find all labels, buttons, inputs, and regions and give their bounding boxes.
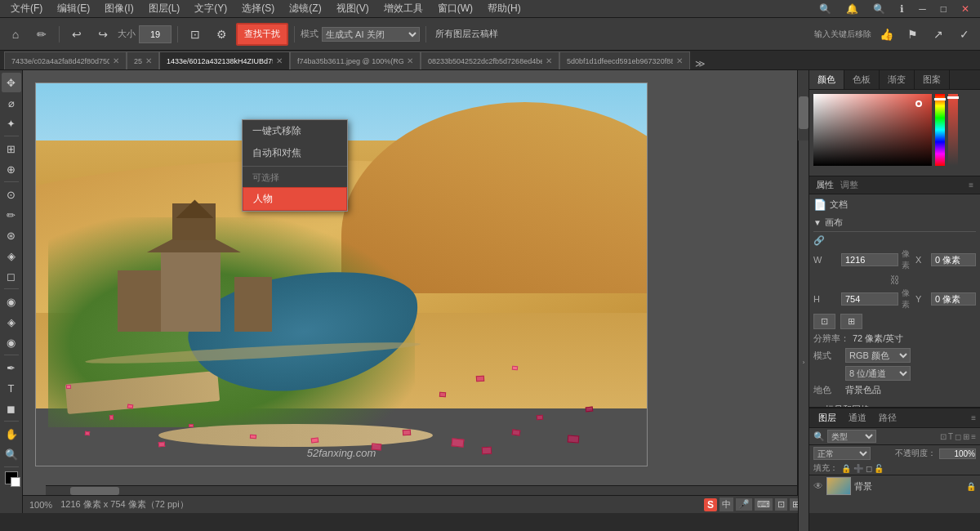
info-icon[interactable]: ℹ bbox=[893, 2, 911, 16]
find-distraction-button[interactable]: 查找干扰 bbox=[236, 23, 288, 46]
menu-item-text[interactable]: 文字(Y) bbox=[188, 0, 234, 17]
y-input[interactable] bbox=[931, 292, 976, 306]
x-input[interactable] bbox=[931, 253, 976, 266]
tab-5[interactable]: 08233b5042522dc2fb5d7268ed4be755.jpeg ✕ bbox=[421, 51, 559, 69]
ime-icon-s[interactable]: S bbox=[704, 498, 717, 511]
grid-section-header[interactable]: ▼ 标尺和网格 bbox=[813, 401, 976, 407]
layer-icon-1[interactable]: ⊡ bbox=[940, 432, 947, 441]
menu-item-select[interactable]: 选择(S) bbox=[235, 0, 281, 17]
tab-1[interactable]: 7433e/c02a4a2fa8d42f80d750662f42.jpeg ✕ bbox=[4, 51, 127, 69]
blur-tool[interactable]: ◈ bbox=[2, 312, 21, 332]
hue-slider[interactable] bbox=[935, 94, 945, 166]
layer-icon-2[interactable]: T bbox=[948, 432, 953, 441]
color-tab[interactable]: 颜色 bbox=[809, 70, 844, 89]
share-button[interactable]: ↗ bbox=[927, 23, 950, 46]
tab-3[interactable]: 1433e/6012a432138kH4ZIUBd750852142Ipea ✕ bbox=[159, 51, 290, 69]
patterns-tab[interactable]: 图案 bbox=[915, 70, 950, 89]
ime-icon-zh[interactable]: 中 bbox=[719, 498, 733, 511]
menu-item-help[interactable]: 帮助(H) bbox=[481, 0, 528, 17]
layer-icon-5[interactable]: ≡ bbox=[971, 432, 976, 441]
hand-tool[interactable]: ✋ bbox=[2, 424, 21, 444]
opacity-slider[interactable] bbox=[948, 94, 958, 166]
search2-icon[interactable]: 🔍 bbox=[866, 2, 892, 16]
menu-item-file[interactable]: 文件(F) bbox=[4, 0, 49, 17]
search-icon[interactable]: 🔍 bbox=[813, 2, 838, 16]
transform-button[interactable]: ⊡ bbox=[184, 23, 207, 46]
color-gradient-picker[interactable] bbox=[813, 94, 932, 166]
paths-tab[interactable]: 路径 bbox=[874, 410, 902, 426]
maximize-btn[interactable]: □ bbox=[934, 2, 953, 16]
dropdown-item-auto[interactable]: 自动和对焦 bbox=[243, 142, 347, 164]
home-button[interactable]: ⌂ bbox=[4, 23, 27, 46]
eyedropper-tool[interactable]: ⊕ bbox=[2, 159, 21, 179]
ime-icon-keyboard[interactable]: ⌨ bbox=[755, 498, 773, 511]
thumbsup-button[interactable]: 👍 bbox=[875, 23, 898, 46]
blend-mode-select[interactable]: 正常 bbox=[813, 447, 871, 460]
move-tool[interactable]: ✥ bbox=[2, 73, 21, 92]
properties-menu-btn[interactable]: ≡ bbox=[969, 181, 973, 190]
menu-item-filter[interactable]: 滤镜(Z) bbox=[283, 0, 327, 17]
bell-icon[interactable]: 🔔 bbox=[840, 2, 865, 16]
hscrollbar-thumb[interactable] bbox=[70, 487, 119, 495]
tab-6[interactable]: 5d0bf1d1dfeecd591eb967320f88d93.jpeg ✕ bbox=[559, 51, 690, 69]
panel-collapse-handle[interactable]: › bbox=[808, 141, 809, 513]
tab-4-close[interactable]: ✕ bbox=[407, 56, 413, 65]
tab-4[interactable]: f74ba35b3611.jpeg @ 100%(RGB/8#) ✕ bbox=[290, 51, 421, 69]
scrollbar-thumb[interactable] bbox=[799, 96, 808, 129]
layers-tab[interactable]: 图层 bbox=[813, 410, 841, 426]
tab-6-close[interactable]: ✕ bbox=[676, 56, 683, 65]
flag-button[interactable]: ⚑ bbox=[901, 23, 924, 46]
tab-2[interactable]: 25 ✕ bbox=[127, 51, 159, 69]
menu-item-image[interactable]: 图像(I) bbox=[98, 0, 140, 17]
height-input[interactable] bbox=[841, 292, 898, 306]
size-input[interactable] bbox=[139, 25, 172, 43]
bit-depth-select[interactable]: 8 位/通道 bbox=[845, 366, 911, 381]
checkmark-button[interactable]: ✓ bbox=[953, 23, 976, 46]
pen-tool[interactable]: ✒ bbox=[2, 358, 21, 377]
layers-button[interactable]: 所有图层云稿样 bbox=[432, 23, 501, 46]
brush-tool-button[interactable]: ✏ bbox=[30, 23, 53, 46]
layers-menu-btn[interactable]: ≡ bbox=[971, 413, 976, 422]
tab-2-close[interactable]: ✕ bbox=[145, 56, 152, 65]
menu-item-view[interactable]: 视图(V) bbox=[330, 0, 376, 17]
undo-button[interactable]: ↩ bbox=[65, 23, 88, 46]
layer-icon-4[interactable]: ⊞ bbox=[963, 432, 969, 441]
menu-item-layer[interactable]: 图层(L) bbox=[142, 0, 187, 17]
color-mode-select[interactable]: RGB 颜色 bbox=[845, 348, 911, 363]
close-btn[interactable]: ✕ bbox=[955, 2, 976, 16]
shape-tool[interactable]: ◼ bbox=[2, 399, 21, 418]
brush-tool[interactable]: ✏ bbox=[2, 205, 21, 225]
dodge-tool[interactable]: ◉ bbox=[2, 332, 21, 352]
layer-visibility-eye[interactable]: 👁 bbox=[813, 480, 823, 492]
channels-tab[interactable]: 通道 bbox=[844, 410, 871, 426]
dropdown-item-remove[interactable]: 一键式移除 bbox=[243, 120, 347, 142]
canvas-size-btn[interactable]: ⊡ bbox=[813, 314, 835, 329]
swatches-tab[interactable]: 色板 bbox=[844, 70, 880, 89]
zoom-tool[interactable]: 🔍 bbox=[2, 444, 21, 464]
gradient-tool[interactable]: ◉ bbox=[2, 292, 21, 311]
lasso-tool[interactable]: ⌀ bbox=[2, 93, 21, 113]
redo-button[interactable]: ↩ bbox=[91, 23, 114, 46]
minimize-btn[interactable]: ─ bbox=[912, 2, 933, 16]
horizontal-scrollbar[interactable] bbox=[46, 485, 797, 495]
dropdown-item-people[interactable]: 人物 bbox=[243, 187, 347, 211]
settings-button[interactable]: ⚙ bbox=[210, 23, 233, 46]
mode-select[interactable]: 生成式 AI 关闭 bbox=[322, 27, 420, 42]
layer-icon-3[interactable]: ◻ bbox=[955, 432, 961, 441]
heal-tool[interactable]: ⊙ bbox=[2, 185, 21, 204]
ime-icon-extra1[interactable]: ⊡ bbox=[775, 498, 787, 511]
menu-item-edit[interactable]: 编辑(E) bbox=[51, 0, 96, 17]
gradient-tab[interactable]: 渐变 bbox=[880, 70, 915, 89]
menu-item-window[interactable]: 窗口(W) bbox=[431, 0, 479, 17]
tab-5-close[interactable]: ✕ bbox=[546, 56, 552, 65]
layer-type-select[interactable]: 类型 bbox=[827, 430, 876, 443]
menu-item-plugins[interactable]: 增效工具 bbox=[377, 0, 430, 17]
layer-item-background[interactable]: 👁 背景 🔒 bbox=[809, 475, 980, 497]
magic-wand-tool[interactable]: ✦ bbox=[2, 114, 21, 133]
tab-3-close[interactable]: ✕ bbox=[276, 56, 283, 65]
tab-more-button[interactable]: ≫ bbox=[690, 58, 710, 69]
image-size-btn[interactable]: ⊞ bbox=[840, 314, 862, 329]
tab-1-close[interactable]: ✕ bbox=[113, 56, 119, 65]
opacity-input[interactable] bbox=[939, 448, 976, 459]
eraser-tool[interactable]: ◻ bbox=[2, 266, 21, 286]
